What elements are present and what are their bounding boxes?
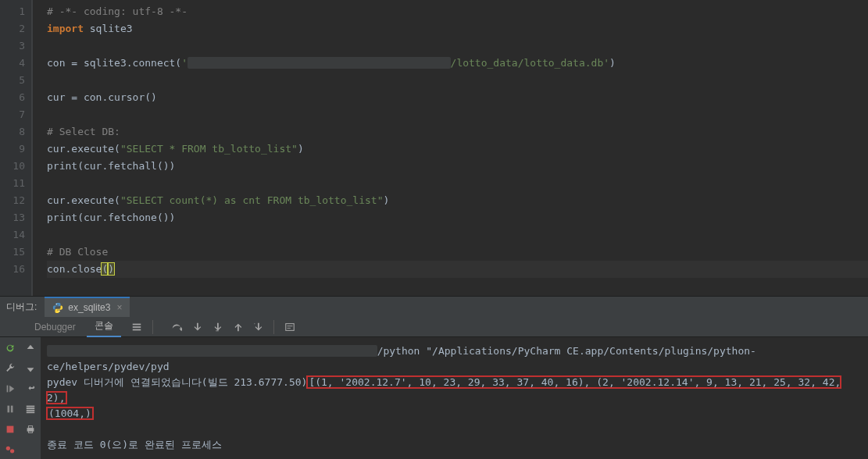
- svg-rect-10: [8, 406, 10, 413]
- code-line: [47, 72, 868, 89]
- console-sidebar: [20, 337, 41, 459]
- svg-rect-4: [132, 329, 141, 330]
- debug-sidebar: [0, 337, 20, 459]
- pause-icon[interactable]: [2, 401, 18, 417]
- code-line: import sqlite3: [47, 20, 868, 37]
- line-number: 11: [3, 175, 25, 192]
- step-over-icon[interactable]: [169, 319, 184, 335]
- code-line: [47, 37, 868, 55]
- stop-icon[interactable]: [2, 422, 18, 437]
- code-line: con.close(): [47, 261, 868, 278]
- scroll-to-end-icon[interactable]: [23, 401, 38, 417]
- svg-rect-8: [287, 327, 290, 328]
- run-to-cursor-icon[interactable]: [250, 319, 266, 335]
- svg-rect-20: [28, 426, 32, 429]
- soft-wrap-icon[interactable]: [23, 381, 38, 397]
- line-number: 14: [3, 226, 25, 244]
- console-line: /xxxxxxxxxxxxxxxxxxxxxxxxxxxxxxxxxxxxxxx…: [47, 343, 862, 375]
- close-icon[interactable]: ×: [116, 302, 122, 313]
- subtab-console[interactable]: 콘솔: [87, 317, 121, 337]
- code-line: [47, 175, 868, 192]
- svg-rect-18: [27, 412, 35, 414]
- code-line: print(cur.fetchall()): [47, 158, 868, 175]
- code-area[interactable]: # -*- coding: utf-8 -*- import sqlite3 c…: [31, 0, 868, 296]
- code-line: # -*- coding: utf-8 -*-: [47, 3, 868, 20]
- svg-point-13: [6, 447, 10, 450]
- svg-rect-11: [11, 406, 13, 413]
- line-number: 9: [3, 141, 25, 158]
- code-line: cur = con.cursor(): [47, 89, 868, 106]
- debug-subheader: Debugger 콘솔: [0, 317, 868, 337]
- line-number: 4: [3, 55, 25, 72]
- svg-rect-5: [216, 330, 219, 331]
- console-line: (1004,): [47, 406, 862, 422]
- console-line: 종료 코드 0(으)로 완료된 프로세스: [47, 437, 862, 453]
- line-number: 1: [3, 3, 25, 20]
- step-into-icon[interactable]: [189, 319, 205, 335]
- debug-panel-header: 디버그: ex_sqlite3 ×: [0, 297, 868, 317]
- svg-rect-12: [7, 426, 14, 433]
- svg-rect-2: [132, 323, 141, 325]
- subtab-debugger[interactable]: Debugger: [27, 317, 84, 337]
- svg-point-14: [10, 449, 14, 453]
- evaluate-expression-icon[interactable]: [282, 319, 298, 335]
- code-line: print(cur.fetchone()): [47, 209, 868, 226]
- up-arrow-icon[interactable]: [23, 340, 38, 356]
- debug-run-tab-label: ex_sqlite3: [68, 302, 110, 313]
- svg-rect-6: [285, 323, 294, 330]
- svg-rect-16: [27, 407, 35, 409]
- code-line: [47, 226, 868, 244]
- down-arrow-icon[interactable]: [23, 361, 38, 376]
- line-number: 2: [3, 20, 25, 37]
- code-line: con = sqlite3.connect('/xxxxxxxxxxxxxxxx…: [47, 55, 868, 72]
- step-out-icon[interactable]: [230, 319, 245, 335]
- console-line: [47, 422, 862, 437]
- console-output[interactable]: /xxxxxxxxxxxxxxxxxxxxxxxxxxxxxxxxxxxxxxx…: [41, 337, 868, 459]
- line-number: 16: [3, 261, 25, 278]
- svg-rect-3: [132, 326, 141, 328]
- line-number: 3: [3, 37, 25, 55]
- svg-rect-17: [27, 410, 35, 411]
- code-line: [47, 106, 868, 123]
- print-icon[interactable]: [23, 422, 38, 437]
- step-into-my-code-icon[interactable]: [209, 319, 225, 335]
- python-icon: [52, 302, 63, 313]
- code-line: cur.execute("SELECT count(*) as cnt FROM…: [47, 192, 868, 209]
- resume-icon[interactable]: [2, 381, 18, 397]
- code-editor[interactable]: 1 2 3 4 5 6 7 8 9 10 11 12 13 14 15 16 #…: [0, 0, 868, 296]
- step-toolbar: [169, 319, 266, 335]
- wrench-icon[interactable]: [2, 361, 18, 376]
- line-number: 10: [3, 158, 25, 175]
- debug-panel: 디버그: ex_sqlite3 × Debugger 콘솔: [0, 296, 868, 459]
- svg-rect-21: [28, 431, 32, 433]
- svg-rect-15: [27, 406, 35, 407]
- settings-icon[interactable]: [129, 319, 145, 335]
- code-line: cur.execute("SELECT * FROM tb_lotto_list…: [47, 141, 868, 158]
- line-number: 15: [3, 244, 25, 261]
- line-number: 5: [3, 72, 25, 89]
- console-line: pydev 디버거에 연결되었습니다(빌드 213.6777.50)[(1, '…: [47, 375, 862, 406]
- line-number: 8: [3, 123, 25, 141]
- code-line: # Select DB:: [47, 123, 868, 141]
- debug-run-tab[interactable]: ex_sqlite3 ×: [45, 297, 130, 317]
- code-line: # DB Close: [47, 244, 868, 261]
- svg-point-0: [56, 304, 57, 304]
- line-gutter: 1 2 3 4 5 6 7 8 9 10 11 12 13 14 15 16: [0, 0, 31, 296]
- line-number: 13: [3, 209, 25, 226]
- svg-point-1: [59, 311, 59, 311]
- breakpoints-icon[interactable]: [2, 442, 18, 457]
- svg-rect-9: [7, 386, 9, 393]
- line-number: 7: [3, 106, 25, 123]
- rerun-icon[interactable]: [2, 340, 18, 356]
- debug-panel-label: 디버그:: [6, 301, 37, 314]
- line-number: 12: [3, 192, 25, 209]
- svg-rect-7: [287, 326, 292, 326]
- line-number: 6: [3, 89, 25, 106]
